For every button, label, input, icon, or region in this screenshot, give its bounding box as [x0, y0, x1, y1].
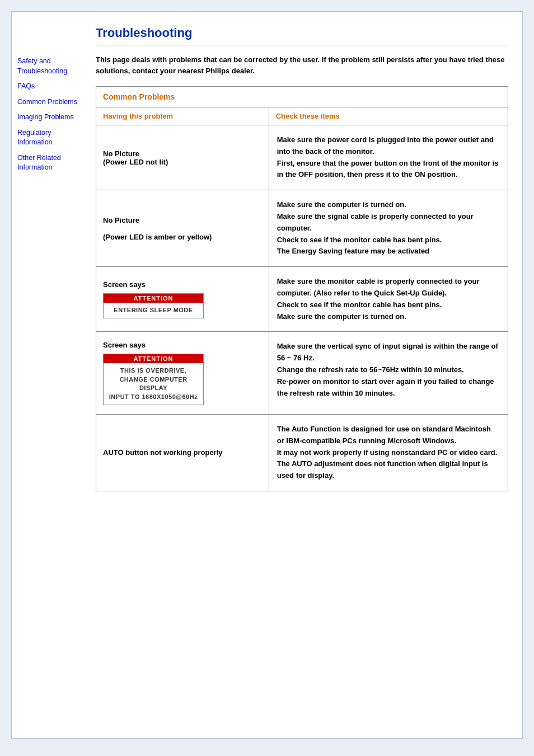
- problem-label: No Picture(Power LED not lit): [103, 149, 262, 166]
- intro-text: This page deals with problems that can b…: [96, 54, 508, 76]
- sidebar-group-2: FAQs: [17, 82, 79, 92]
- problem-cell: Screen says ATTENTION ENTERING SLEEP MOD…: [96, 267, 269, 331]
- problem-cell: AUTO button not working properly: [96, 415, 269, 491]
- attention-box: ATTENTION ENTERING SLEEP MODE: [103, 293, 204, 318]
- page-title: Troubleshooting: [96, 26, 508, 40]
- attention-message-overdrive: THIS IS OVERDRIVE,CHANGE COMPUTER DISPLA…: [104, 363, 203, 405]
- problem-cell: No Picture(Power LED is amber or yellow): [96, 190, 269, 266]
- sidebar-item-safety[interactable]: Safety and Troubleshooting: [17, 57, 79, 76]
- attention-label: ATTENTION: [104, 294, 203, 303]
- check-text: Make sure the vertical sync of input sig…: [277, 341, 500, 399]
- table-row: Screen says ATTENTION THIS IS OVERDRIVE,…: [96, 332, 508, 415]
- table-row: AUTO button not working properly The Aut…: [96, 415, 508, 491]
- problem-cell: Screen says ATTENTION THIS IS OVERDRIVE,…: [96, 332, 269, 414]
- attention-box-overdrive: ATTENTION THIS IS OVERDRIVE,CHANGE COMPU…: [103, 354, 204, 405]
- problem-label: No Picture(Power LED is amber or yellow): [103, 216, 262, 241]
- table-col-headers: Having this problem Check these items: [96, 107, 508, 125]
- check-cell: Make sure the power cord is plugged into…: [269, 125, 508, 190]
- table-section-header: Common Problems: [96, 87, 508, 107]
- check-cell: Make sure the monitor cable is properly …: [269, 267, 508, 331]
- sidebar-group-4: Imaging Problems: [17, 112, 79, 123]
- sidebar-item-other[interactable]: Other Related Information: [17, 153, 79, 173]
- table-row: No Picture(Power LED is amber or yellow)…: [96, 190, 508, 267]
- sidebar-item-faqs[interactable]: FAQs: [17, 82, 79, 92]
- table-row: Screen says ATTENTION ENTERING SLEEP MOD…: [96, 267, 508, 332]
- sidebar-group-6: Other Related Information: [17, 153, 79, 173]
- sidebar-group-1: Safety and Troubleshooting: [17, 57, 79, 76]
- sidebar-group-3: Common Problems: [17, 97, 79, 107]
- col-header-check: Check these items: [269, 107, 508, 125]
- problem-cell: No Picture(Power LED not lit): [96, 125, 269, 190]
- sidebar-item-imaging[interactable]: Imaging Problems: [17, 112, 79, 123]
- problem-label: Screen says: [103, 341, 262, 349]
- problems-table: Common Problems Having this problem Chec…: [96, 86, 508, 491]
- problem-label: AUTO button not working properly: [103, 448, 262, 457]
- problem-label: Screen says: [103, 280, 262, 289]
- sidebar-item-common[interactable]: Common Problems: [17, 97, 79, 107]
- sidebar-group-5: Regulatory Information: [17, 128, 79, 148]
- section-title: Common Problems: [103, 92, 501, 101]
- col-header-problem: Having this problem: [96, 107, 269, 125]
- check-cell: Make sure the vertical sync of input sig…: [269, 332, 508, 414]
- page-container: Safety and Troubleshooting FAQs Common P…: [11, 11, 523, 739]
- table-row: No Picture(Power LED not lit) Make sure …: [96, 125, 508, 190]
- check-text: Make sure the power cord is plugged into…: [277, 134, 500, 181]
- check-cell: The Auto Function is designed for use on…: [269, 415, 508, 491]
- divider: [96, 45, 508, 45]
- attention-message: ENTERING SLEEP MODE: [104, 303, 203, 318]
- check-text: Make sure the monitor cable is properly …: [277, 276, 500, 322]
- check-cell: Make sure the computer is turned on. Mak…: [269, 190, 508, 266]
- sidebar-item-regulatory[interactable]: Regulatory Information: [17, 128, 79, 148]
- main-content: Troubleshooting This page deals with pro…: [85, 12, 522, 738]
- check-text: Make sure the computer is turned on. Mak…: [277, 199, 500, 257]
- check-text: The Auto Function is designed for use on…: [277, 424, 500, 482]
- sidebar: Safety and Troubleshooting FAQs Common P…: [12, 12, 85, 738]
- attention-label-overdrive: ATTENTION: [104, 354, 203, 363]
